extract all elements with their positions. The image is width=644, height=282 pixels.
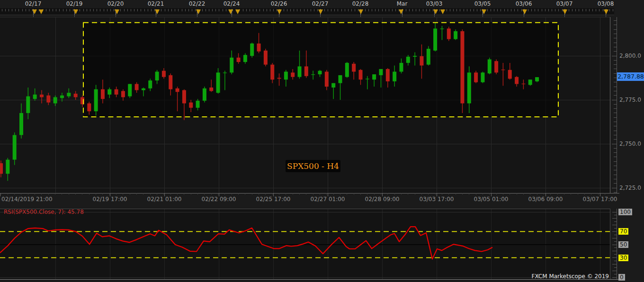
candle-up [148, 80, 152, 88]
candle-up [488, 59, 492, 73]
top-axis-date-label: 02/19 [66, 0, 83, 7]
rsi-indicator-label: RSI(SPX500.Close, 7): 45.78 [4, 209, 84, 215]
watermark-label: FXCM Marketscope © 2019 [532, 273, 609, 280]
candle-down [237, 58, 241, 62]
candle-down [189, 103, 193, 108]
candle-down [447, 28, 451, 39]
candle-up [26, 97, 30, 113]
bottom-axis-time-label: 02/21 01:00 [147, 196, 182, 203]
candle-up [67, 93, 71, 96]
candle-down [209, 88, 213, 91]
candle-up [196, 101, 200, 108]
annotation-box-fill [83, 23, 558, 117]
candle-up [33, 95, 37, 99]
candle-up [243, 55, 247, 62]
candle-up [379, 69, 383, 75]
candle-up [413, 56, 417, 57]
candle-up [223, 72, 227, 73]
current-price-badge: 2,787.88 [617, 72, 644, 81]
candle-down [508, 70, 512, 79]
rsi-plot-area[interactable] [0, 209, 610, 279]
rsi-axis-label-30: 30 [618, 255, 628, 261]
price-axis-label: 2,750.0 [619, 141, 641, 147]
candle-down [40, 95, 44, 97]
candle-up [230, 58, 233, 73]
candle-down [264, 51, 268, 65]
candle-down [501, 70, 505, 70]
candle-down [270, 65, 274, 80]
candle-down [0, 163, 3, 174]
candle-up [107, 89, 111, 95]
candle-down [515, 77, 519, 84]
candle-up [94, 89, 98, 112]
candle-up [216, 72, 220, 93]
candle-up [19, 113, 23, 135]
candle-up [284, 71, 288, 79]
candle-down [257, 44, 261, 52]
candle-down [521, 84, 525, 84]
top-axis-date-label: 03/07 [556, 0, 573, 7]
candle-down [277, 78, 281, 79]
candle-up [250, 44, 254, 56]
candle-up [331, 83, 335, 88]
top-axis-date-label: 02/20 [107, 0, 124, 7]
candle-up [393, 71, 396, 81]
candle-up [481, 72, 484, 82]
rsi-axis-label-70: 70 [618, 228, 628, 235]
candle-up [399, 63, 403, 72]
candle-up [433, 28, 437, 50]
candle-up [372, 74, 376, 79]
fxcm-marketscope-window: SPX500 - H4 RSI(SPX500.Close, 7): 45.78 … [0, 0, 644, 282]
price-axis-label: 2,800.0 [619, 53, 641, 59]
top-axis-date-label: 02/22 [189, 0, 206, 7]
candle-down [325, 71, 329, 87]
candle-up [528, 79, 532, 85]
top-axis-date-label: 03/06 [516, 0, 532, 7]
candle-up [298, 66, 302, 77]
bottom-axis-time-label: 03/06 09:00 [528, 196, 563, 203]
candle-up [54, 97, 57, 103]
bottom-axis-time-label: 02/27 01:00 [311, 196, 345, 203]
candle-up [366, 79, 369, 79]
price-axis-label: 2,725.0 [619, 185, 641, 191]
candle-down [74, 94, 78, 97]
candle-down [304, 66, 308, 76]
candle-down [386, 69, 390, 81]
candle-up [467, 72, 471, 103]
bottom-axis-time-label: 03/05 01:00 [474, 196, 509, 203]
bottom-axis-time-label: 03/07 17:00 [583, 196, 617, 203]
top-axis-date-label: 03/05 [474, 0, 491, 7]
candle-up [311, 74, 315, 75]
candle-up [203, 88, 206, 101]
candle-down [460, 31, 464, 104]
top-axis-date-label: 02/26 [271, 0, 287, 7]
bottom-axis-time-label: 02/28 09:00 [365, 196, 400, 203]
bottom-axis-time-label: 02/14/2019 21:00 [1, 196, 53, 203]
rsi-axis-label-0: 0 [618, 274, 625, 281]
candle-up [427, 49, 430, 64]
candle-up [440, 28, 444, 29]
bottom-axis-time-label: 02/25 17:00 [256, 196, 291, 203]
candle-up [345, 63, 349, 77]
candle-up [60, 96, 64, 98]
top-axis-date-label: 02/21 [148, 0, 164, 7]
candle-up [535, 77, 539, 81]
price-axis-label: 2,775.0 [619, 97, 641, 103]
candle-up [155, 71, 159, 80]
candle-down [352, 64, 356, 72]
candle-up [318, 71, 322, 74]
candle-down [87, 103, 91, 111]
bottom-axis-time-label: 03/03 17:00 [420, 196, 454, 203]
candle-down [169, 75, 172, 89]
top-axis-date-label: 02/28 [352, 0, 369, 7]
rsi-axis-label-50: 50 [618, 241, 628, 248]
candle-up [128, 84, 132, 97]
candle-down [358, 70, 362, 79]
candle-down [135, 84, 139, 90]
candle-up [406, 57, 410, 63]
candle-up [339, 75, 342, 83]
candle-down [115, 89, 118, 95]
chart-canvas[interactable] [0, 0, 644, 282]
top-axis-date-label: 02/27 [312, 0, 329, 7]
top-axis-date-label: 02/17 [25, 0, 42, 7]
